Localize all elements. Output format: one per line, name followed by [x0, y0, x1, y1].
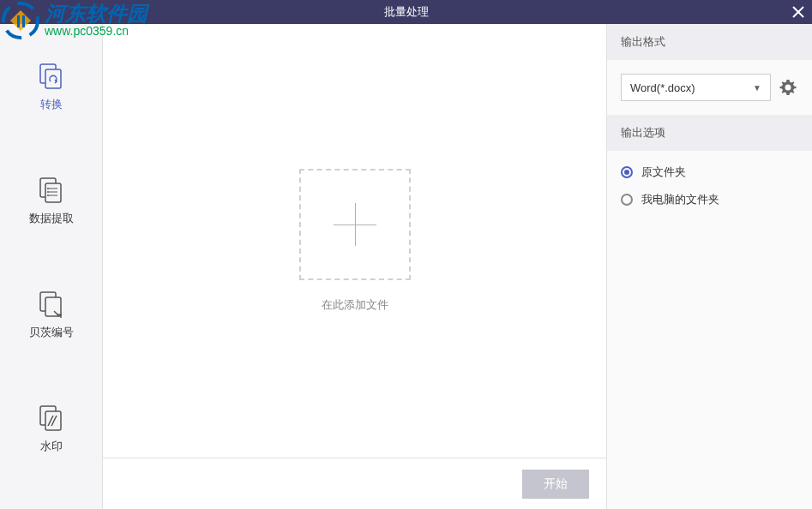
- extract-icon: [38, 177, 65, 204]
- center-panel: 在此添加文件 开始: [103, 24, 606, 509]
- output-format-select[interactable]: Word(*.docx) ▼: [621, 74, 771, 101]
- right-panel: 输出格式 Word(*.docx) ▼ 输出选项: [606, 24, 812, 509]
- format-settings-button[interactable]: [778, 77, 798, 98]
- sidebar-item-convert[interactable]: 转换: [0, 50, 102, 129]
- titlebar: 批量处理: [0, 0, 812, 24]
- svg-rect-6: [45, 69, 61, 88]
- chevron-down-icon: ▼: [753, 83, 761, 93]
- svg-rect-8: [45, 183, 61, 202]
- radio-label: 原文件夹: [641, 165, 686, 180]
- svg-point-13: [47, 191, 49, 193]
- output-options-header: 输出选项: [607, 115, 812, 151]
- radio-icon: [621, 166, 633, 178]
- drop-hint-text: 在此添加文件: [322, 297, 388, 313]
- radio-label: 我电脑的文件夹: [641, 192, 719, 207]
- sidebar-item-label: 贝茨编号: [29, 325, 74, 340]
- radio-icon: [621, 194, 633, 206]
- sidebar-item-label: 数据提取: [29, 211, 74, 226]
- start-button[interactable]: 开始: [522, 470, 589, 499]
- close-icon: [792, 6, 804, 18]
- radio-original-folder[interactable]: 原文件夹: [621, 165, 798, 180]
- sidebar-item-bates[interactable]: 贝茨编号: [0, 278, 102, 357]
- svg-point-14: [47, 195, 49, 196]
- bottom-bar: 开始: [103, 458, 606, 509]
- svg-point-21: [786, 86, 791, 90]
- svg-point-12: [47, 188, 49, 189]
- window-title: 批量处理: [384, 4, 429, 20]
- sidebar-item-label: 水印: [40, 439, 63, 454]
- radio-custom-folder[interactable]: 我电脑的文件夹: [621, 192, 798, 207]
- sidebar-item-label: 转换: [40, 97, 63, 112]
- svg-rect-18: [45, 411, 61, 430]
- gear-icon: [779, 79, 797, 96]
- bates-icon: [38, 290, 65, 318]
- svg-rect-16: [45, 297, 61, 316]
- output-format-header: 输出格式: [607, 24, 812, 60]
- convert-icon: [38, 63, 65, 90]
- plus-icon: [334, 203, 376, 246]
- file-drop-zone[interactable]: [299, 169, 411, 280]
- sidebar-item-extract[interactable]: 数据提取: [0, 164, 102, 243]
- format-select-value: Word(*.docx): [630, 81, 695, 94]
- watermark-icon: [38, 404, 65, 432]
- sidebar-item-watermark[interactable]: 水印: [0, 392, 102, 471]
- sidebar: 转换 数据提取: [0, 24, 103, 509]
- close-button[interactable]: [785, 0, 812, 24]
